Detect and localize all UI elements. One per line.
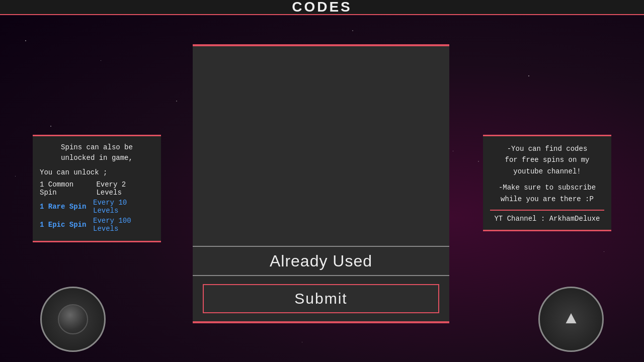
action-button-right[interactable]: ▲ [538, 287, 604, 352]
code-input-area [193, 46, 449, 246]
epic-spin-freq: Every 100 Levels [93, 217, 154, 233]
common-spin-name: 1 Common Spin [40, 180, 93, 197]
unlock-label: You can unlock ; [40, 168, 154, 176]
right-info-panel: -You can find codes for free spins on my… [483, 135, 611, 231]
joystick-knob [58, 304, 88, 334]
up-arrow-icon: ▲ [566, 310, 577, 328]
rare-spin-row: 1 Rare Spin Every 10 Levels [40, 199, 154, 215]
common-spin-row: 1 Common Spin Every 2 Levels [40, 180, 154, 197]
left-info-panel: Spins can also be unlocked in game, You … [33, 135, 161, 242]
common-spin-freq: Every 2 Levels [96, 180, 154, 197]
epic-spin-name: 1 Epic Spin [40, 221, 90, 229]
center-panel: Already Used Submit [193, 44, 449, 323]
yt-channel-label: YT Channel : ArkhamDeluxe [490, 210, 604, 223]
left-panel-title: Spins can also be unlocked in game, [40, 142, 154, 163]
rare-spin-name: 1 Rare Spin [40, 203, 90, 211]
rare-spin-freq: Every 10 Levels [93, 199, 154, 215]
page-title: Codes [292, 0, 352, 15]
button-outer-ring: ▲ [538, 287, 604, 352]
right-panel-text: -You can find codes for free spins on my… [490, 143, 604, 177]
epic-spin-row: 1 Epic Spin Every 100 Levels [40, 217, 154, 233]
joystick-left[interactable] [40, 287, 106, 352]
top-bar: Codes [0, 0, 644, 15]
submit-button[interactable]: Submit [203, 284, 439, 313]
already-used-label: Already Used [193, 252, 449, 270]
joystick-outer-ring [40, 287, 106, 352]
right-panel-subscribe: -Make sure to subscribe while you are th… [490, 182, 604, 205]
status-display: Already Used [193, 246, 449, 276]
